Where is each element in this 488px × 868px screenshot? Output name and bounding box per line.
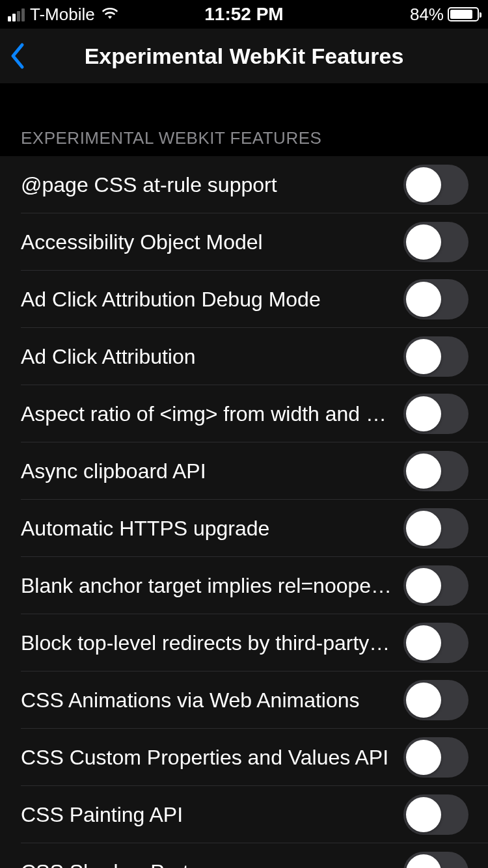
toggle-knob bbox=[406, 568, 441, 603]
chevron-left-icon bbox=[9, 42, 27, 70]
settings-row: Blank anchor target implies rel=noopener bbox=[0, 557, 488, 614]
toggle-switch[interactable] bbox=[403, 565, 468, 606]
toggle-switch[interactable] bbox=[403, 451, 468, 491]
settings-row: Ad Click Attribution Debug Mode bbox=[0, 271, 488, 328]
settings-content: EXPERIMENTAL WEBKIT FEATURES @page CSS a… bbox=[0, 84, 488, 868]
status-right: 84% bbox=[410, 5, 479, 25]
settings-row-label: Async clipboard API bbox=[21, 459, 403, 483]
toggle-switch[interactable] bbox=[403, 279, 468, 319]
toggle-switch[interactable] bbox=[403, 165, 468, 205]
battery-percent-label: 84% bbox=[410, 5, 444, 25]
toggle-switch[interactable] bbox=[403, 623, 468, 663]
toggle-switch[interactable] bbox=[403, 852, 468, 868]
page-title: Experimental WebKit Features bbox=[0, 44, 488, 69]
toggle-knob bbox=[406, 854, 441, 868]
toggle-switch[interactable] bbox=[403, 394, 468, 434]
toggle-switch[interactable] bbox=[403, 794, 468, 835]
toggle-switch[interactable] bbox=[403, 222, 468, 262]
settings-row: CSS Shadow Parts bbox=[0, 843, 488, 868]
settings-row-label: Blank anchor target implies rel=noopener bbox=[21, 574, 403, 598]
toggle-knob bbox=[406, 339, 441, 374]
toggle-switch[interactable] bbox=[403, 336, 468, 377]
settings-row-label: CSS Animations via Web Animations bbox=[21, 688, 403, 712]
toggle-switch[interactable] bbox=[403, 508, 468, 549]
settings-row: CSS Custom Properties and Values API bbox=[0, 729, 488, 786]
settings-row-label: @page CSS at-rule support bbox=[21, 173, 403, 197]
cellular-signal-icon bbox=[8, 7, 25, 21]
settings-list: @page CSS at-rule supportAccessibility O… bbox=[0, 156, 488, 868]
status-bar: T-Mobile 11:52 PM 84% bbox=[0, 0, 488, 29]
settings-row-label: Automatic HTTPS upgrade bbox=[21, 517, 403, 541]
settings-row: Aspect ratio of <img> from width and hei… bbox=[0, 385, 488, 442]
toggle-knob bbox=[406, 683, 441, 718]
toggle-knob bbox=[406, 740, 441, 775]
settings-row: CSS Animations via Web Animations bbox=[0, 671, 488, 729]
battery-icon bbox=[448, 7, 479, 21]
settings-row: Accessibility Object Model bbox=[0, 213, 488, 271]
settings-row-label: CSS Shadow Parts bbox=[21, 860, 403, 869]
toggle-knob bbox=[406, 454, 441, 489]
section-header: EXPERIMENTAL WEBKIT FEATURES bbox=[0, 84, 488, 156]
toggle-switch[interactable] bbox=[403, 737, 468, 778]
wifi-icon bbox=[100, 4, 120, 25]
toggle-knob bbox=[406, 625, 441, 660]
toggle-switch[interactable] bbox=[403, 680, 468, 720]
toggle-knob bbox=[406, 396, 441, 431]
status-time: 11:52 PM bbox=[204, 4, 283, 25]
toggle-knob bbox=[406, 167, 441, 202]
settings-row-label: Accessibility Object Model bbox=[21, 230, 403, 254]
settings-row: @page CSS at-rule support bbox=[0, 156, 488, 213]
back-button[interactable] bbox=[9, 42, 27, 70]
toggle-knob bbox=[406, 511, 441, 546]
nav-header: Experimental WebKit Features bbox=[0, 29, 488, 84]
toggle-knob bbox=[406, 282, 441, 317]
status-left: T-Mobile bbox=[8, 4, 120, 25]
settings-row: Automatic HTTPS upgrade bbox=[0, 500, 488, 557]
settings-row: Ad Click Attribution bbox=[0, 328, 488, 385]
toggle-knob bbox=[406, 224, 441, 260]
settings-row-label: Aspect ratio of <img> from width and hei… bbox=[21, 402, 403, 426]
settings-row-label: Ad Click Attribution Debug Mode bbox=[21, 288, 403, 312]
settings-row: CSS Painting API bbox=[0, 786, 488, 843]
settings-row-label: CSS Painting API bbox=[21, 803, 403, 827]
settings-row: Block top-level redirects by third-party… bbox=[0, 614, 488, 671]
carrier-label: T-Mobile bbox=[30, 5, 95, 25]
settings-row-label: Block top-level redirects by third-party… bbox=[21, 631, 403, 655]
settings-row: Async clipboard API bbox=[0, 442, 488, 500]
settings-row-label: CSS Custom Properties and Values API bbox=[21, 746, 403, 770]
toggle-knob bbox=[406, 797, 441, 832]
settings-row-label: Ad Click Attribution bbox=[21, 345, 403, 369]
